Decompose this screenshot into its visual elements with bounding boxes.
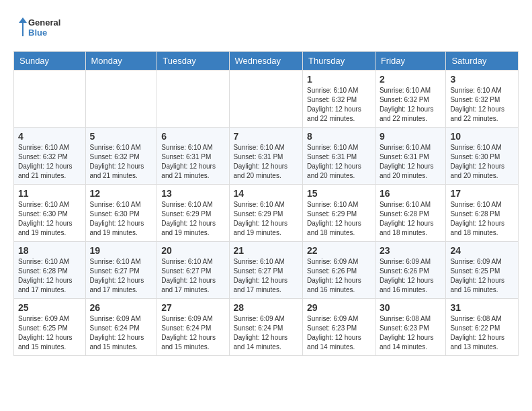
day-info: Sunrise: 6:10 AM Sunset: 6:32 PM Dayligh…: [18, 143, 81, 181]
day-number: 13: [161, 188, 224, 199]
day-info: Sunrise: 6:09 AM Sunset: 6:26 PM Dayligh…: [307, 257, 371, 295]
logo: General Blue: [13, 13, 81, 40]
day-info: Sunrise: 6:10 AM Sunset: 6:30 PM Dayligh…: [450, 143, 514, 181]
day-number: 18: [18, 245, 81, 256]
day-number: 12: [90, 188, 153, 199]
day-cell: 24Sunrise: 6:09 AM Sunset: 6:25 PM Dayli…: [446, 242, 519, 299]
week-row-4: 18Sunrise: 6:10 AM Sunset: 6:28 PM Dayli…: [14, 242, 519, 299]
day-number: 27: [161, 302, 224, 313]
day-cell: 25Sunrise: 6:09 AM Sunset: 6:25 PM Dayli…: [14, 299, 86, 356]
svg-text:General: General: [28, 17, 60, 28]
day-cell: 20Sunrise: 6:10 AM Sunset: 6:27 PM Dayli…: [157, 242, 229, 299]
week-row-2: 4Sunrise: 6:10 AM Sunset: 6:32 PM Daylig…: [14, 128, 519, 185]
day-cell: 12Sunrise: 6:10 AM Sunset: 6:30 PM Dayli…: [85, 185, 157, 242]
day-info: Sunrise: 6:10 AM Sunset: 6:31 PM Dayligh…: [161, 143, 224, 181]
day-number: 11: [18, 188, 81, 199]
day-info: Sunrise: 6:09 AM Sunset: 6:26 PM Dayligh…: [380, 257, 442, 295]
day-cell: 8Sunrise: 6:10 AM Sunset: 6:31 PM Daylig…: [303, 128, 375, 185]
weekday-header-row: SundayMondayTuesdayWednesdayThursdayFrid…: [14, 52, 519, 71]
day-number: 10: [450, 131, 514, 142]
day-info: Sunrise: 6:10 AM Sunset: 6:32 PM Dayligh…: [380, 86, 442, 124]
day-number: 24: [450, 245, 514, 256]
day-info: Sunrise: 6:08 AM Sunset: 6:22 PM Dayligh…: [450, 314, 514, 352]
day-number: 19: [90, 245, 153, 256]
day-number: 25: [18, 302, 81, 313]
day-info: Sunrise: 6:10 AM Sunset: 6:28 PM Dayligh…: [380, 200, 442, 238]
logo-svg: General Blue: [13, 13, 81, 40]
day-cell: [85, 71, 157, 128]
day-info: Sunrise: 6:09 AM Sunset: 6:25 PM Dayligh…: [18, 314, 81, 352]
day-cell: 28Sunrise: 6:09 AM Sunset: 6:24 PM Dayli…: [229, 299, 303, 356]
day-info: Sunrise: 6:10 AM Sunset: 6:29 PM Dayligh…: [234, 200, 299, 238]
day-cell: 6Sunrise: 6:10 AM Sunset: 6:31 PM Daylig…: [157, 128, 229, 185]
day-info: Sunrise: 6:10 AM Sunset: 6:32 PM Dayligh…: [450, 86, 514, 124]
weekday-header-friday: Friday: [375, 52, 446, 71]
day-cell: 9Sunrise: 6:10 AM Sunset: 6:31 PM Daylig…: [375, 128, 446, 185]
day-number: 4: [18, 131, 81, 142]
day-number: 26: [90, 302, 153, 313]
svg-marker-2: [19, 17, 27, 23]
day-info: Sunrise: 6:09 AM Sunset: 6:24 PM Dayligh…: [161, 314, 224, 352]
day-number: 22: [307, 245, 371, 256]
week-row-3: 11Sunrise: 6:10 AM Sunset: 6:30 PM Dayli…: [14, 185, 519, 242]
day-cell: 31Sunrise: 6:08 AM Sunset: 6:22 PM Dayli…: [446, 299, 519, 356]
day-number: 23: [380, 245, 442, 256]
day-info: Sunrise: 6:10 AM Sunset: 6:31 PM Dayligh…: [380, 143, 442, 181]
day-cell: 16Sunrise: 6:10 AM Sunset: 6:28 PM Dayli…: [375, 185, 446, 242]
day-cell: 3Sunrise: 6:10 AM Sunset: 6:32 PM Daylig…: [446, 71, 519, 128]
day-cell: 30Sunrise: 6:08 AM Sunset: 6:23 PM Dayli…: [375, 299, 446, 356]
day-number: 16: [380, 188, 442, 199]
day-number: 21: [234, 245, 299, 256]
day-cell: 21Sunrise: 6:10 AM Sunset: 6:27 PM Dayli…: [229, 242, 303, 299]
day-cell: 2Sunrise: 6:10 AM Sunset: 6:32 PM Daylig…: [375, 71, 446, 128]
day-cell: 19Sunrise: 6:10 AM Sunset: 6:27 PM Dayli…: [85, 242, 157, 299]
day-cell: 1Sunrise: 6:10 AM Sunset: 6:32 PM Daylig…: [303, 71, 375, 128]
day-number: 15: [307, 188, 371, 199]
day-cell: 23Sunrise: 6:09 AM Sunset: 6:26 PM Dayli…: [375, 242, 446, 299]
day-cell: 7Sunrise: 6:10 AM Sunset: 6:31 PM Daylig…: [229, 128, 303, 185]
day-cell: [229, 71, 303, 128]
day-info: Sunrise: 6:10 AM Sunset: 6:32 PM Dayligh…: [307, 86, 371, 124]
day-info: Sunrise: 6:10 AM Sunset: 6:28 PM Dayligh…: [18, 257, 81, 295]
day-info: Sunrise: 6:09 AM Sunset: 6:24 PM Dayligh…: [234, 314, 299, 352]
weekday-header-thursday: Thursday: [303, 52, 375, 71]
day-info: Sunrise: 6:09 AM Sunset: 6:23 PM Dayligh…: [307, 314, 371, 352]
weekday-header-tuesday: Tuesday: [157, 52, 229, 71]
header: General Blue: [13, 13, 519, 40]
weekday-header-wednesday: Wednesday: [229, 52, 303, 71]
day-number: 2: [380, 74, 442, 85]
day-info: Sunrise: 6:10 AM Sunset: 6:29 PM Dayligh…: [307, 200, 371, 238]
day-cell: [157, 71, 229, 128]
day-cell: 14Sunrise: 6:10 AM Sunset: 6:29 PM Dayli…: [229, 185, 303, 242]
day-info: Sunrise: 6:10 AM Sunset: 6:27 PM Dayligh…: [90, 257, 153, 295]
day-cell: [14, 71, 86, 128]
day-number: 9: [380, 131, 442, 142]
day-cell: 17Sunrise: 6:10 AM Sunset: 6:28 PM Dayli…: [446, 185, 519, 242]
day-cell: 4Sunrise: 6:10 AM Sunset: 6:32 PM Daylig…: [14, 128, 86, 185]
calendar: SundayMondayTuesdayWednesdayThursdayFrid…: [13, 51, 519, 356]
day-number: 31: [450, 302, 514, 313]
day-cell: 11Sunrise: 6:10 AM Sunset: 6:30 PM Dayli…: [14, 185, 86, 242]
day-cell: 5Sunrise: 6:10 AM Sunset: 6:32 PM Daylig…: [85, 128, 157, 185]
day-info: Sunrise: 6:10 AM Sunset: 6:28 PM Dayligh…: [450, 200, 514, 238]
day-number: 28: [234, 302, 299, 313]
day-info: Sunrise: 6:10 AM Sunset: 6:30 PM Dayligh…: [18, 200, 81, 238]
day-number: 14: [234, 188, 299, 199]
week-row-1: 1Sunrise: 6:10 AM Sunset: 6:32 PM Daylig…: [14, 71, 519, 128]
day-info: Sunrise: 6:10 AM Sunset: 6:32 PM Dayligh…: [90, 143, 153, 181]
day-info: Sunrise: 6:09 AM Sunset: 6:25 PM Dayligh…: [450, 257, 514, 295]
weekday-header-saturday: Saturday: [446, 52, 519, 71]
day-cell: 13Sunrise: 6:10 AM Sunset: 6:29 PM Dayli…: [157, 185, 229, 242]
day-cell: 27Sunrise: 6:09 AM Sunset: 6:24 PM Dayli…: [157, 299, 229, 356]
day-info: Sunrise: 6:10 AM Sunset: 6:30 PM Dayligh…: [90, 200, 153, 238]
day-number: 8: [307, 131, 371, 142]
day-cell: 29Sunrise: 6:09 AM Sunset: 6:23 PM Dayli…: [303, 299, 375, 356]
day-number: 30: [380, 302, 442, 313]
day-number: 5: [90, 131, 153, 142]
day-info: Sunrise: 6:10 AM Sunset: 6:31 PM Dayligh…: [234, 143, 299, 181]
week-row-5: 25Sunrise: 6:09 AM Sunset: 6:25 PM Dayli…: [14, 299, 519, 356]
weekday-header-sunday: Sunday: [14, 52, 86, 71]
day-number: 6: [161, 131, 224, 142]
day-info: Sunrise: 6:08 AM Sunset: 6:23 PM Dayligh…: [380, 314, 442, 352]
weekday-header-monday: Monday: [85, 52, 157, 71]
